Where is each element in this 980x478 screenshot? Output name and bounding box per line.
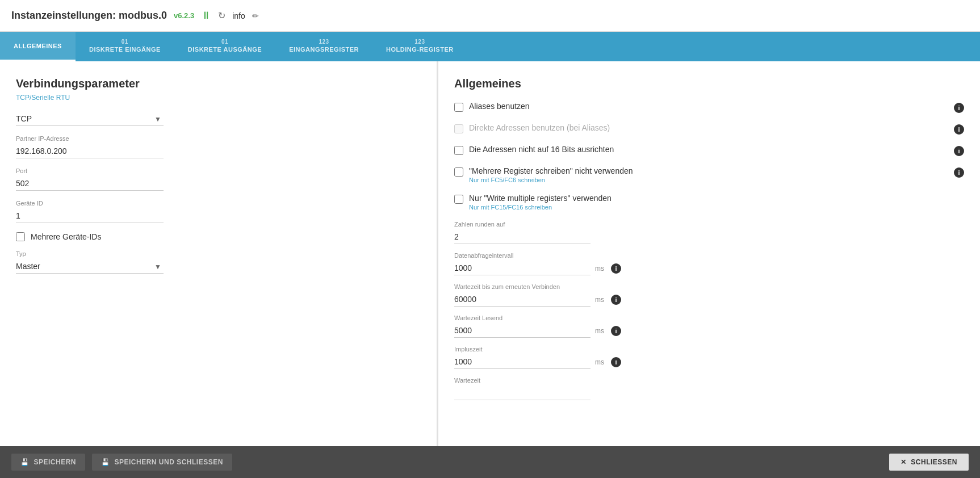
wartezeit-lesend-group: Wartezeit Lesend ms i (454, 315, 964, 338)
edit-icon[interactable]: ✏ (252, 11, 259, 20)
impluszeit-label: Impluszeit (454, 346, 964, 353)
header: Instanzeinstellungen: modbus.0 v6.2.3 ⏸ … (0, 0, 980, 32)
page-title: Instanzeinstellungen: modbus.0 (11, 10, 167, 22)
geraete-id-group: Geräte ID (16, 200, 421, 223)
impluszeit-group: Impluszeit ms i (454, 346, 964, 369)
wartezeit-verbinden-unit: ms (595, 296, 606, 304)
adressen-bits-info-icon[interactable]: i (954, 146, 964, 156)
datenabfrage-group: Datenabfrageintervall ms i (454, 252, 964, 275)
option-write-multiple: Nur "Write multiple registers" verwenden… (454, 194, 964, 211)
direkte-adressen-info-icon[interactable]: i (954, 124, 964, 135)
info-link[interactable]: info (232, 11, 245, 20)
wartezeit-lesend-input[interactable] (454, 324, 590, 338)
datenabfrage-label: Datenabfrageintervall (454, 252, 964, 259)
write-multiple-label: Nur "Write multiple registers" verwenden (469, 194, 612, 203)
mehrere-register-label: "Mehrere Register schreiben" nicht verwe… (469, 166, 633, 175)
connection-type-select[interactable]: TCP RTU ASCII (16, 112, 164, 126)
zahlen-runden-input[interactable] (454, 230, 590, 244)
aliases-info-icon[interactable]: i (954, 103, 964, 113)
mehrere-register-checkbox[interactable] (454, 167, 463, 177)
partner-ip-input[interactable] (16, 144, 164, 158)
connection-type-group: TCP RTU ASCII ▼ (16, 112, 421, 126)
typ-label: Typ (16, 250, 421, 257)
option-mehrere-register: "Mehrere Register schreiben" nicht verwe… (454, 166, 964, 183)
adressen-bits-checkbox[interactable] (454, 146, 463, 155)
tab-eingangsregister[interactable]: 123 EINGANGSREGISTER (275, 32, 372, 61)
left-section-subtitle: TCP/Serielle RTU (16, 94, 421, 102)
pause-icon[interactable]: ⏸ (201, 10, 211, 22)
direkte-adressen-label: Direkte Adressen benutzen (bei Aliases) (469, 123, 610, 132)
datenabfrage-info-icon[interactable]: i (611, 263, 621, 274)
right-panel: Allgemeines Aliases benutzen i Direkte A… (438, 61, 980, 446)
option-adressen-bits: Die Adressen nicht auf 16 Bits ausrichte… (454, 145, 964, 156)
version-badge: v6.2.3 (174, 11, 194, 20)
connection-type-wrapper: TCP RTU ASCII ▼ (16, 112, 164, 126)
impluszeit-unit: ms (595, 358, 606, 366)
tab-diskrete-ausgaenge[interactable]: 01 DISKRETE AUSGÄNGE (174, 32, 275, 61)
port-input[interactable] (16, 177, 164, 191)
adressen-bits-label: Die Adressen nicht auf 16 Bits ausrichte… (469, 145, 614, 154)
port-label: Port (16, 167, 421, 174)
main-content: Verbindungsparameter TCP/Serielle RTU TC… (0, 61, 980, 446)
wartezeit-verbinden-group: Wartezeit bis zum erneuten Verbinden ms … (454, 283, 964, 307)
wartezeit-label: Wartezeit (454, 377, 964, 384)
right-section-title: Allgemeines (454, 77, 964, 90)
write-multiple-sublabel: Nur mit FC15/FC16 schreiben (469, 204, 964, 211)
aliases-label: Aliases benutzen (469, 102, 530, 111)
wartezeit-lesend-unit: ms (595, 327, 606, 335)
partner-ip-group: Partner IP-Adresse (16, 135, 421, 158)
zahlen-runden-label: Zahlen runden auf (454, 221, 964, 228)
wartezeit-verbinden-label: Wartezeit bis zum erneuten Verbinden (454, 283, 964, 290)
zahlen-runden-group: Zahlen runden auf (454, 221, 964, 244)
typ-select[interactable]: Master Slave (16, 259, 164, 274)
impluszeit-input[interactable] (454, 355, 590, 369)
write-multiple-checkbox[interactable] (454, 195, 463, 204)
mehrere-register-info-icon[interactable]: i (954, 167, 964, 178)
typ-wrapper: Master Slave ▼ (16, 259, 164, 274)
tab-allgemeines[interactable]: ALLGEMEINES (0, 32, 76, 61)
mehrere-geraete-ids-label: Mehrere Geräte-IDs (31, 232, 101, 241)
mehrere-geraete-ids-checkbox[interactable] (16, 232, 25, 241)
wartezeit-input[interactable] (454, 386, 590, 400)
option-aliases: Aliases benutzen i (454, 102, 964, 113)
partner-ip-label: Partner IP-Adresse (16, 135, 421, 142)
aliases-checkbox[interactable] (454, 103, 463, 112)
typ-group: Typ Master Slave ▼ (16, 250, 421, 274)
wartezeit-verbinden-input[interactable] (454, 292, 590, 307)
datenabfrage-unit: ms (595, 265, 606, 272)
nav-tabs: ALLGEMEINES 01 DISKRETE EINGÄNGE 01 DISK… (0, 32, 980, 61)
tab-diskrete-eingaenge[interactable]: 01 DISKRETE EINGÄNGE (76, 32, 174, 61)
mehrere-register-sublabel: Nur mit FC5/FC6 schreiben (469, 177, 948, 183)
mehrere-geraete-ids-row: Mehrere Geräte-IDs (16, 232, 421, 241)
wartezeit-lesend-label: Wartezeit Lesend (454, 315, 964, 321)
option-direkte-adressen: Direkte Adressen benutzen (bei Aliases) … (454, 123, 964, 135)
wartezeit-group: Wartezeit (454, 377, 964, 400)
datenabfrage-input[interactable] (454, 261, 590, 275)
left-panel: Verbindungsparameter TCP/Serielle RTU TC… (0, 61, 437, 446)
tab-holding-register[interactable]: 123 HOLDING-REGISTER (372, 32, 467, 61)
wartezeit-verbinden-info-icon[interactable]: i (611, 295, 621, 305)
port-group: Port (16, 167, 421, 191)
direkte-adressen-checkbox[interactable] (454, 124, 463, 133)
geraete-id-label: Geräte ID (16, 200, 421, 207)
geraete-id-input[interactable] (16, 209, 164, 223)
refresh-icon[interactable]: ↻ (218, 10, 225, 21)
wartezeit-lesend-info-icon[interactable]: i (611, 326, 621, 336)
left-section-title: Verbindungsparameter (16, 77, 421, 90)
impluszeit-info-icon[interactable]: i (611, 357, 621, 367)
